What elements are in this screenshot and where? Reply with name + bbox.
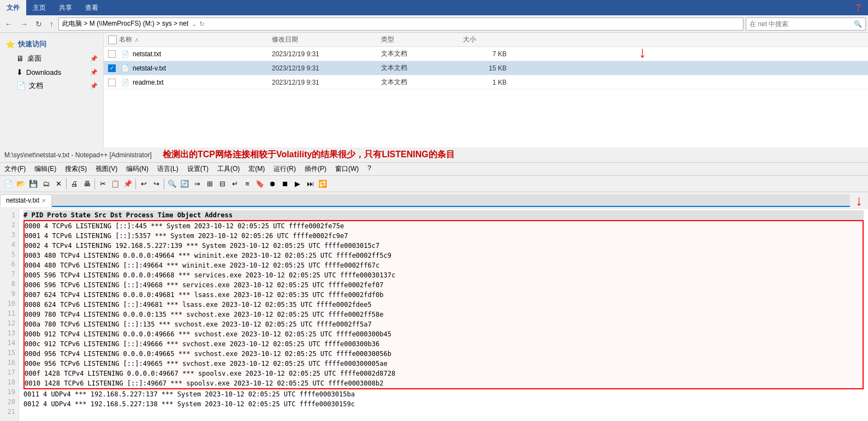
code-line: 0004 480 TCPv6 LISTENING [::]:49664 *** … xyxy=(23,260,864,270)
sidebar-item-desktop-label: 桌面 xyxy=(27,54,41,63)
macrosave-btn[interactable]: ⏭ xyxy=(304,178,316,190)
search-icon[interactable]: 🔍 xyxy=(854,20,862,28)
printprev-btn[interactable]: 🖶 xyxy=(81,178,93,190)
refresh-button[interactable]: ↻ xyxy=(33,19,45,29)
line-number: 8 xyxy=(3,279,15,289)
menu-settings[interactable]: 设置(T) xyxy=(183,163,213,175)
code-line: 000c 912 TCPv6 LISTENING [::]:49666 *** … xyxy=(23,339,864,349)
ribbon-tab-home[interactable]: 主页 xyxy=(26,0,52,15)
file-rows: 📄 netstat.txt 2023/12/19 9:31 文本文档 7 KB … xyxy=(104,47,868,90)
file-date: 2023/12/19 9:31 xyxy=(272,79,381,86)
line-number: 17 xyxy=(3,367,15,377)
sep3 xyxy=(135,179,136,189)
notepad-menubar: 文件(F) 编辑(E) 搜索(S) 视图(V) 编码(N) 语言(L) 设置(T… xyxy=(0,163,868,176)
menu-file[interactable]: 文件(F) xyxy=(0,163,30,175)
dropdown-icon[interactable]: ⌄ xyxy=(192,20,197,28)
code-line: 000f 1428 TCPv4 LISTENING 0.0.0.0:49667 … xyxy=(23,369,864,378)
code-line: 000d 956 TCPv4 LISTENING 0.0.0.0:49665 *… xyxy=(23,349,864,359)
ribbon: 文件 主页 共享 查看 ❓ xyxy=(0,0,868,15)
code-line: 000a 780 TCPv6 LISTENING [::]:135 *** sv… xyxy=(23,319,864,329)
ribbon-tab-view[interactable]: 查看 xyxy=(79,0,105,15)
file-row[interactable]: 📄 netstat.txt 2023/12/19 9:31 文本文档 7 KB xyxy=(104,47,868,61)
menu-run[interactable]: 运行(R) xyxy=(269,163,300,175)
checkbox-header[interactable] xyxy=(108,35,117,44)
menu-search[interactable]: 搜索(S) xyxy=(61,163,91,175)
up-button[interactable]: ↑ xyxy=(47,19,56,29)
help-button[interactable]: ❓ xyxy=(849,0,868,15)
file-row[interactable]: ✓ 📄 netstat-v.txt 2023/12/19 9:31 文本文档 1… xyxy=(104,61,868,75)
file-checkbox[interactable] xyxy=(108,50,116,58)
wordwrap-btn[interactable]: ↵ xyxy=(229,178,241,190)
indent-btn[interactable]: ≡ xyxy=(241,178,253,190)
col-header-name[interactable]: 名称 ∧ xyxy=(108,35,272,44)
zoomout-btn[interactable]: ⊟ xyxy=(216,178,228,190)
tab-close-btn[interactable]: ✕ xyxy=(41,198,46,204)
print-btn[interactable]: 🖨 xyxy=(68,178,80,190)
menu-language[interactable]: 语言(L) xyxy=(153,163,183,175)
line-number: 13 xyxy=(3,328,15,338)
saveall-btn[interactable]: 🗂 xyxy=(40,178,52,190)
file-checkbox[interactable] xyxy=(108,79,116,86)
undo-btn[interactable]: ↩ xyxy=(138,178,150,190)
open-btn[interactable]: 📂 xyxy=(15,178,27,190)
code-content-area: 123456789101112131415161718192021 # PID … xyxy=(0,209,868,421)
search-bar[interactable]: 🔍 xyxy=(746,17,866,31)
search-input[interactable] xyxy=(750,20,854,28)
find-btn[interactable]: 🔍 xyxy=(166,178,178,190)
file-date: 2023/12/19 9:31 xyxy=(272,50,381,58)
file-row[interactable]: 📄 readme.txt 2023/12/19 9:31 文本文档 1 KB xyxy=(104,75,868,90)
macroplay-btn[interactable]: ▶ xyxy=(292,178,304,190)
sidebar-item-downloads[interactable]: ⬇ Downloads 📌 xyxy=(11,66,103,79)
bookmark-btn[interactable]: 🔖 xyxy=(254,178,266,190)
tab-area: netstat-v.txt ✕ ↓ xyxy=(0,192,868,209)
back-button[interactable]: ← xyxy=(2,19,15,29)
close-btn[interactable]: ✕ xyxy=(52,178,64,190)
ribbon-tab-share[interactable]: 共享 xyxy=(52,0,79,15)
replace-btn[interactable]: 🔄 xyxy=(179,178,191,190)
sort-icon[interactable]: ∧ xyxy=(134,36,139,44)
refresh-icon[interactable]: ↻ xyxy=(199,20,205,28)
menu-macro[interactable]: 宏(M) xyxy=(244,163,269,175)
tab-netstat-v[interactable]: netstat-v.txt ✕ xyxy=(0,194,52,207)
menu-help[interactable]: ? xyxy=(363,163,376,175)
menu-edit[interactable]: 编辑(E) xyxy=(30,163,61,175)
ribbon-tab-file[interactable]: 文件 xyxy=(0,0,26,15)
file-size: 7 KB xyxy=(463,50,507,58)
file-checkbox[interactable]: ✓ xyxy=(108,64,116,72)
col-header-date[interactable]: 修改日期 xyxy=(272,35,381,44)
file-icon: 📄 xyxy=(121,79,129,86)
breadcrumb[interactable]: 此电脑 > M (\\MemProcFS) (M:) > sys > net ⌄… xyxy=(58,17,744,31)
menu-view[interactable]: 视图(V) xyxy=(91,163,122,175)
line-number: 9 xyxy=(3,289,15,299)
copy-btn[interactable]: 📋 xyxy=(109,178,121,190)
code-line: # PID Proto State Src Dst Process Time O… xyxy=(23,210,864,220)
col-header-type[interactable]: 类型 xyxy=(381,35,463,44)
sidebar-item-docs[interactable]: 📄 文档 📌 xyxy=(11,79,103,93)
sidebar-item-desktop[interactable]: 🖥 桌面 📌 xyxy=(11,51,103,66)
code-line: 0000 4 TCPv6 LISTENING [::]:445 *** Syst… xyxy=(23,220,864,231)
cut-btn[interactable]: ✂ xyxy=(97,178,109,190)
forward-button[interactable]: → xyxy=(17,19,31,29)
menu-tools[interactable]: 工具(O) xyxy=(213,163,244,175)
col-header-size[interactable]: 大小 xyxy=(463,35,507,44)
macro-btn[interactable]: ⏺ xyxy=(266,178,278,190)
sidebar-item-quickaccess[interactable]: ⭐ 快速访问 xyxy=(0,37,103,51)
downloads-icon: ⬇ xyxy=(16,68,23,76)
macrostop-btn[interactable]: ⏹ xyxy=(279,178,291,190)
explorer-top: ⭐ 快速访问 🖥 桌面 📌 ⬇ Downloads 📌 📄 文档 📌 xyxy=(0,33,868,147)
redo-btn[interactable]: ↪ xyxy=(150,178,162,190)
menu-window[interactable]: 窗口(W) xyxy=(331,163,363,175)
zoomin-btn[interactable]: ⊞ xyxy=(204,178,216,190)
runmacro-btn[interactable]: 🔁 xyxy=(317,178,329,190)
code-line: 0008 624 TCPv6 LISTENING [::]:49681 *** … xyxy=(23,300,864,310)
paste-btn[interactable]: 📌 xyxy=(122,178,134,190)
menu-plugins[interactable]: 插件(P) xyxy=(300,163,331,175)
menu-encoding[interactable]: 编码(N) xyxy=(122,163,153,175)
code-area[interactable]: # PID Proto State Src Dst Process Time O… xyxy=(19,209,868,421)
notepad-title: M:\sys\net\netstat-v.txt - Notepad++ [Ad… xyxy=(4,151,152,159)
save-btn[interactable]: 💾 xyxy=(27,178,39,190)
new-btn[interactable]: 📄 xyxy=(2,178,14,190)
notepad-toolbar: 📄 📂 💾 🗂 ✕ 🖨 🖶 ✂ 📋 📌 ↩ ↪ 🔍 🔄 ⇒ ⊞ ⊟ ↵ ≡ 🔖 … xyxy=(0,176,868,192)
code-line: 0009 780 TCPv4 LISTENING 0.0.0.0:135 ***… xyxy=(23,310,864,319)
findnext-btn[interactable]: ⇒ xyxy=(191,178,203,190)
